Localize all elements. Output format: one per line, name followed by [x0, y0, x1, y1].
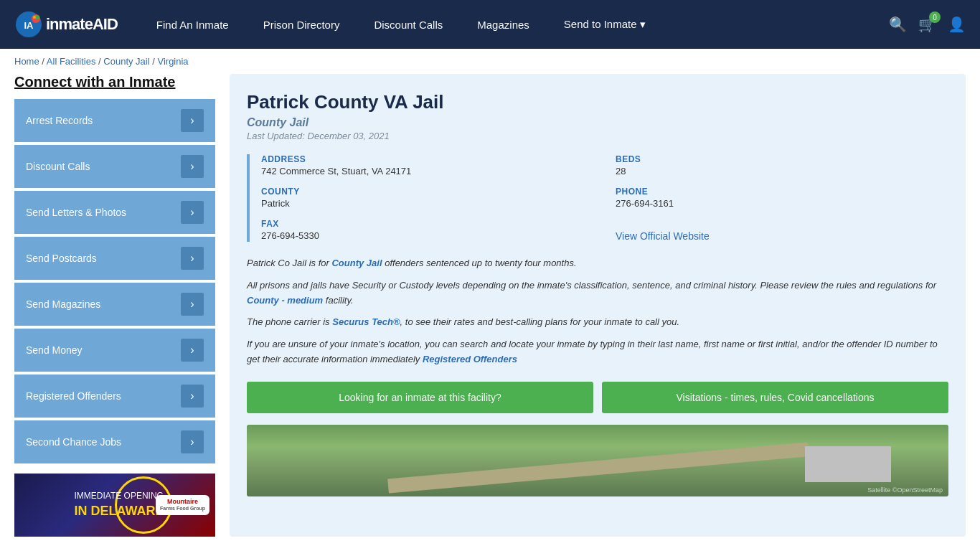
sidebar-label-send-letters: Send Letters & Photos: [26, 207, 126, 218]
desc-p3: The phone carrier is Securus Tech®, to s…: [247, 315, 948, 330]
arrow-icon-1: ›: [181, 155, 204, 178]
detail-fax: FAX 276-694-5330: [261, 219, 594, 242]
sidebar-item-send-letters[interactable]: Send Letters & Photos ›: [14, 191, 215, 234]
website-spacer: [616, 219, 948, 229]
desc-p1: Patrick Co Jail is for County Jail offen…: [247, 256, 948, 271]
arrow-icon-5: ›: [181, 339, 204, 362]
desc-p2: All prisons and jails have Security or C…: [247, 278, 948, 309]
detail-beds: BEDS 28: [616, 154, 948, 176]
detail-address: ADDRESS 742 Commerce St, Stuart, VA 2417…: [261, 154, 594, 176]
details-grid: ADDRESS 742 Commerce St, Stuart, VA 2417…: [261, 154, 948, 242]
svg-text:IA: IA: [24, 20, 34, 31]
aerial-building: [805, 446, 891, 482]
arrow-icon-7: ›: [181, 430, 204, 453]
county-value: Patrick: [261, 198, 594, 209]
facility-content: Patrick County VA Jail County Jail Last …: [230, 74, 966, 537]
desc-p4: If you are unsure of your inmate's locat…: [247, 337, 948, 367]
fax-value: 276-694-5330: [261, 230, 594, 241]
logo[interactable]: IA inmateAID: [14, 10, 118, 39]
arrow-icon-3: ›: [181, 247, 204, 270]
aerial-image: Satellite ©OpenStreetMap: [247, 425, 948, 496]
county-medium-link[interactable]: County - medium: [247, 295, 323, 306]
website-link[interactable]: View Official Website: [616, 230, 710, 242]
breadcrumb: Home / All Facilities / County Jail / Vi…: [0, 49, 980, 74]
ad-banner[interactable]: IMMEDIATE OPENING IN DELAWARE Mountaire …: [14, 474, 215, 537]
sidebar-item-second-chance-jobs[interactable]: Second Chance Jobs ›: [14, 420, 215, 463]
fax-label: FAX: [261, 219, 594, 229]
nav-send-to-inmate[interactable]: Send to Inmate ▾: [547, 18, 663, 31]
address-label: ADDRESS: [261, 154, 594, 164]
facility-subtitle: County Jail: [247, 116, 948, 129]
county-label: COUNTY: [261, 187, 594, 197]
logo-text: inmateAID: [46, 15, 118, 34]
cart-icon[interactable]: 🛒 0: [918, 16, 936, 33]
ad-line1: IMMEDIATE OPENING: [74, 490, 164, 502]
sidebar-item-send-money[interactable]: Send Money ›: [14, 329, 215, 372]
action-buttons: Looking for an inmate at this facility? …: [247, 382, 948, 413]
aerial-road: [387, 442, 808, 493]
header-icons: 🔍 🛒 0 👤: [889, 16, 966, 33]
county-jail-link[interactable]: County Jail: [331, 258, 382, 268]
sidebar-title: Connect with an Inmate: [14, 74, 215, 90]
nav-prison-directory[interactable]: Prison Directory: [246, 19, 357, 31]
sidebar-label-send-magazines: Send Magazines: [26, 298, 100, 310]
details-section: ADDRESS 742 Commerce St, Stuart, VA 2417…: [247, 154, 948, 242]
sidebar-item-registered-offenders[interactable]: Registered Offenders ›: [14, 375, 215, 418]
sidebar-label-send-postcards: Send Postcards: [26, 253, 97, 264]
sidebar-label-arrest-records: Arrest Records: [26, 115, 93, 126]
sidebar-label-registered-offenders: Registered Offenders: [26, 390, 121, 402]
ad-logo: Mountaire Farms Food Group: [156, 495, 209, 514]
detail-website: View Official Website: [616, 219, 948, 242]
breadcrumb-home[interactable]: Home: [14, 56, 39, 67]
main-content: Connect with an Inmate Arrest Records › …: [0, 74, 980, 537]
breadcrumb-all-facilities[interactable]: All Facilities: [47, 56, 96, 67]
phone-label: PHONE: [616, 187, 948, 197]
beds-label: BEDS: [616, 154, 948, 164]
arrow-icon-2: ›: [181, 201, 204, 224]
securus-link[interactable]: Securus Tech®: [332, 316, 400, 327]
nav-discount-calls[interactable]: Discount Calls: [357, 19, 460, 31]
header: IA inmateAID Find An Inmate Prison Direc…: [0, 0, 980, 49]
breadcrumb-county-jail[interactable]: County Jail: [103, 56, 149, 67]
facility-description: Patrick Co Jail is for County Jail offen…: [247, 256, 948, 367]
nav-find-inmate[interactable]: Find An Inmate: [139, 19, 246, 31]
breadcrumb-virginia[interactable]: Virginia: [157, 56, 188, 67]
cart-badge: 0: [929, 11, 941, 23]
arrow-icon-0: ›: [181, 109, 204, 132]
search-icon[interactable]: 🔍: [889, 16, 907, 33]
logo-icon: IA: [14, 10, 43, 39]
phone-value: 276-694-3161: [616, 198, 948, 209]
facility-updated: Last Updated: December 03, 2021: [247, 131, 948, 141]
detail-county: COUNTY Patrick: [261, 187, 594, 209]
ad-line2: IN DELAWARE: [74, 502, 164, 520]
address-value: 742 Commerce St, Stuart, VA 24171: [261, 166, 594, 176]
ad-text: IMMEDIATE OPENING IN DELAWARE: [65, 490, 164, 520]
svg-point-4: [33, 16, 36, 19]
visitations-button[interactable]: Visitations - times, rules, Covid cancel…: [602, 382, 948, 413]
sidebar-label-discount-calls: Discount Calls: [26, 161, 90, 172]
detail-phone: PHONE 276-694-3161: [616, 187, 948, 209]
sidebar-menu: Arrest Records › Discount Calls › Send L…: [14, 99, 215, 463]
beds-value: 28: [616, 166, 948, 176]
nav-magazines[interactable]: Magazines: [460, 19, 547, 31]
registered-offenders-link[interactable]: Registered Offenders: [423, 354, 517, 364]
sidebar: Connect with an Inmate Arrest Records › …: [14, 74, 215, 537]
sidebar-item-send-postcards[interactable]: Send Postcards ›: [14, 237, 215, 280]
facility-title: Patrick County VA Jail: [247, 91, 948, 113]
sidebar-label-second-chance-jobs: Second Chance Jobs: [26, 436, 121, 448]
main-nav: Find An Inmate Prison Directory Discount…: [139, 18, 889, 31]
arrow-icon-4: ›: [181, 293, 204, 316]
looking-for-inmate-button[interactable]: Looking for an inmate at this facility?: [247, 382, 593, 413]
arrow-icon-6: ›: [181, 385, 204, 408]
sidebar-item-arrest-records[interactable]: Arrest Records ›: [14, 99, 215, 142]
sidebar-item-discount-calls[interactable]: Discount Calls ›: [14, 145, 215, 188]
aerial-watermark: Satellite ©OpenStreetMap: [867, 486, 943, 494]
user-icon[interactable]: 👤: [948, 16, 966, 33]
sidebar-label-send-money: Send Money: [26, 344, 83, 356]
sidebar-item-send-magazines[interactable]: Send Magazines ›: [14, 283, 215, 326]
